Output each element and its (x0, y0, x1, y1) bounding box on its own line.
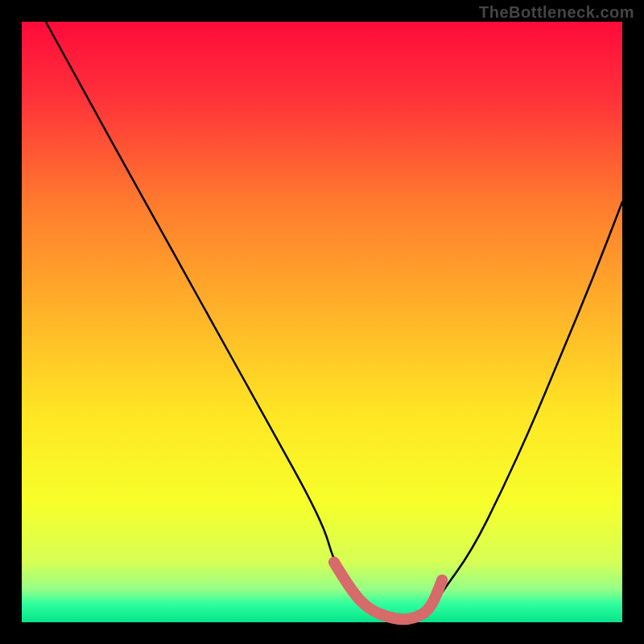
gradient-background (22, 22, 622, 622)
chart-frame: TheBottleneck.com (0, 0, 644, 644)
bottleneck-chart (0, 0, 644, 644)
highlight-end-dot (436, 575, 448, 586)
